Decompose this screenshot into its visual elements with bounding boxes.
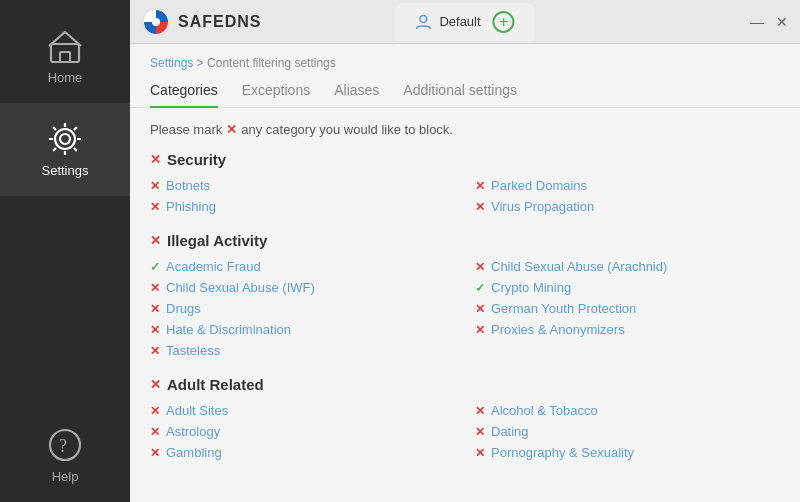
alcohol-marker: ✕: [475, 404, 485, 418]
item-child-sexual-abuse-iwf[interactable]: ✕ Child Sexual Abuse (IWF): [150, 280, 455, 295]
sidebar: Home Settings ? Help: [0, 0, 130, 502]
item-tasteless[interactable]: ✕ Tasteless: [150, 343, 455, 358]
botnets-label: Botnets: [166, 178, 210, 193]
proxies-marker: ✕: [475, 323, 485, 337]
notice-text: Please mark ✕ any category you would lik…: [150, 122, 780, 137]
virus-propagation-label: Virus Propagation: [491, 199, 594, 214]
proxies-label: Proxies & Anonymizers: [491, 322, 625, 337]
category-security-header: ✕ Security: [150, 151, 780, 168]
item-proxies-anonymizers[interactable]: ✕ Proxies & Anonymizers: [475, 322, 780, 337]
hate-label: Hate & Discrimination: [166, 322, 291, 337]
item-academic-fraud[interactable]: ✓ Academic Fraud: [150, 259, 455, 274]
tab-categories[interactable]: Categories: [150, 74, 218, 108]
category-illegal-label: Illegal Activity: [167, 232, 267, 249]
astrology-label: Astrology: [166, 424, 220, 439]
item-dating[interactable]: ✕ Dating: [475, 424, 780, 439]
svg-point-8: [420, 15, 427, 22]
breadcrumb-settings-link[interactable]: Settings: [150, 56, 193, 70]
crypto-mining-label: Crypto Mining: [491, 280, 571, 295]
profile-tab[interactable]: Default +: [395, 3, 534, 41]
category-illegal-activity: ✕ Illegal Activity ✓ Academic Fraud ✕ Ch…: [150, 232, 780, 358]
phishing-label: Phishing: [166, 199, 216, 214]
help-icon: ?: [47, 427, 83, 463]
settings-icon: [47, 121, 83, 157]
item-alcohol-tobacco[interactable]: ✕ Alcohol & Tobacco: [475, 403, 780, 418]
svg-point-3: [55, 129, 75, 149]
sidebar-item-settings[interactable]: Settings: [0, 103, 130, 196]
drugs-label: Drugs: [166, 301, 201, 316]
item-gambling[interactable]: ✕ Gambling: [150, 445, 455, 460]
sidebar-item-settings-label: Settings: [42, 163, 89, 178]
item-hate-discrimination[interactable]: ✕ Hate & Discrimination: [150, 322, 455, 337]
categories-body: Please mark ✕ any category you would lik…: [130, 108, 800, 502]
academic-fraud-label: Academic Fraud: [166, 259, 261, 274]
security-marker[interactable]: ✕: [150, 152, 161, 167]
illegal-marker[interactable]: ✕: [150, 233, 161, 248]
svg-point-7: [152, 18, 160, 26]
phishing-marker: ✕: [150, 200, 160, 214]
main-area: SAFEDNS Default + — ✕ Settings > Content…: [130, 0, 800, 502]
german-youth-marker: ✕: [475, 302, 485, 316]
security-items-grid: ✕ Botnets ✕ Parked Domains ✕ Phishing ✕ …: [150, 178, 780, 214]
tab-exceptions[interactable]: Exceptions: [242, 74, 310, 108]
content-area: Settings > Content filtering settings Ca…: [130, 44, 800, 502]
adult-items-grid: ✕ Adult Sites ✕ Alcohol & Tobacco ✕ Astr…: [150, 403, 780, 460]
dating-marker: ✕: [475, 425, 485, 439]
item-botnets[interactable]: ✕ Botnets: [150, 178, 455, 193]
category-adult-header: ✕ Adult Related: [150, 376, 780, 393]
logo-text: SAFEDNS: [178, 13, 261, 31]
breadcrumb: Settings > Content filtering settings: [130, 44, 800, 74]
tasteless-label: Tasteless: [166, 343, 220, 358]
svg-point-2: [60, 134, 70, 144]
csa-iwf-marker: ✕: [150, 281, 160, 295]
sidebar-item-home-label: Home: [48, 70, 83, 85]
item-adult-sites[interactable]: ✕ Adult Sites: [150, 403, 455, 418]
sidebar-item-home[interactable]: Home: [0, 10, 130, 103]
category-illegal-header: ✕ Illegal Activity: [150, 232, 780, 249]
gambling-label: Gambling: [166, 445, 222, 460]
item-child-sexual-abuse-arachnid[interactable]: ✕ Child Sexual Abuse (Arachnid): [475, 259, 780, 274]
notice-x-mark: ✕: [226, 122, 237, 137]
home-icon: [47, 28, 83, 64]
notice-suffix: any category you would like to block.: [241, 122, 453, 137]
botnets-marker: ✕: [150, 179, 160, 193]
hate-marker: ✕: [150, 323, 160, 337]
category-adult-label: Adult Related: [167, 376, 264, 393]
close-button[interactable]: ✕: [776, 14, 788, 30]
default-profile-label: Default: [439, 14, 480, 29]
sidebar-item-help[interactable]: ? Help: [0, 409, 130, 502]
parked-domains-marker: ✕: [475, 179, 485, 193]
csa-arachnid-marker: ✕: [475, 260, 485, 274]
csa-iwf-label: Child Sexual Abuse (IWF): [166, 280, 315, 295]
pornography-marker: ✕: [475, 446, 485, 460]
german-youth-label: German Youth Protection: [491, 301, 636, 316]
item-crypto-mining[interactable]: ✓ Crypto Mining: [475, 280, 780, 295]
notice-prefix: Please mark: [150, 122, 222, 137]
add-profile-button[interactable]: +: [493, 11, 515, 33]
astrology-marker: ✕: [150, 425, 160, 439]
item-phishing[interactable]: ✕ Phishing: [150, 199, 455, 214]
default-profile-tab[interactable]: Default +: [395, 3, 534, 41]
breadcrumb-separator: >: [197, 56, 207, 70]
tab-additional[interactable]: Additional settings: [403, 74, 517, 108]
tabs-bar: Categories Exceptions Aliases Additional…: [130, 74, 800, 108]
titlebar: SAFEDNS Default + — ✕: [130, 0, 800, 44]
svg-text:?: ?: [59, 436, 67, 456]
item-virus-propagation[interactable]: ✕ Virus Propagation: [475, 199, 780, 214]
item-parked-domains[interactable]: ✕ Parked Domains: [475, 178, 780, 193]
item-pornography[interactable]: ✕ Pornography & Sexuality: [475, 445, 780, 460]
minimize-button[interactable]: —: [750, 14, 764, 30]
crypto-mining-marker: ✓: [475, 281, 485, 295]
safedns-logo-icon: [142, 8, 170, 36]
pornography-label: Pornography & Sexuality: [491, 445, 634, 460]
category-security: ✕ Security ✕ Botnets ✕ Parked Domains ✕ …: [150, 151, 780, 214]
adult-marker[interactable]: ✕: [150, 377, 161, 392]
gambling-marker: ✕: [150, 446, 160, 460]
tab-aliases[interactable]: Aliases: [334, 74, 379, 108]
category-security-label: Security: [167, 151, 226, 168]
breadcrumb-current: Content filtering settings: [207, 56, 336, 70]
item-astrology[interactable]: ✕ Astrology: [150, 424, 455, 439]
sidebar-item-help-label: Help: [52, 469, 79, 484]
item-drugs[interactable]: ✕ Drugs: [150, 301, 455, 316]
item-german-youth-protection[interactable]: ✕ German Youth Protection: [475, 301, 780, 316]
